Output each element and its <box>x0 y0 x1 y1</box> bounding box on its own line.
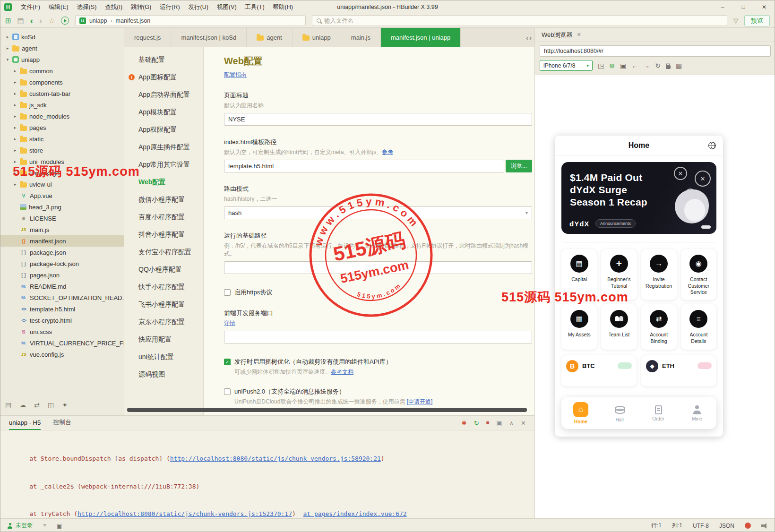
nav-douyin-config[interactable]: 抖音小程序配置 <box>124 226 203 243</box>
minimize-button[interactable] <box>712 0 733 14</box>
details-link[interactable]: 详情 <box>224 320 235 326</box>
grid-item-my-assets[interactable]: ▦My Assets <box>561 304 597 350</box>
filter-icon[interactable] <box>733 17 738 24</box>
dev-port-input[interactable] <box>224 331 532 343</box>
promo-banner[interactable]: $1.4M Paid Out dYdX Surge Season 1 Recap… <box>561 162 716 234</box>
back-arrow-icon[interactable] <box>631 62 638 69</box>
nav-baidu-config[interactable]: 百度小程序配置 <box>124 208 203 226</box>
scroll-left-icon[interactable] <box>526 34 528 42</box>
nav-app-other-config[interactable]: App常用其它设置 <box>124 156 203 173</box>
cloud-icon[interactable]: ☁ <box>19 401 26 409</box>
tree-item-package-json[interactable]: package.json <box>0 247 124 258</box>
tree-item-uniapp[interactable]: uniapp <box>0 54 124 65</box>
nav-quickapp-config[interactable]: 快应用配置 <box>124 331 203 348</box>
source-link[interactable]: at pages/index/index.vue:672 <box>303 510 407 517</box>
debug-icon[interactable] <box>462 420 467 427</box>
tab-manifest-kosd[interactable]: manifest.json | koSd <box>171 28 247 47</box>
page-title-input[interactable] <box>224 113 532 126</box>
grid-item-beginners-tutorial[interactable]: +Beginner's Tutorial <box>601 249 637 300</box>
tree-item-package-lock-json[interactable]: package-lock.json <box>0 258 124 269</box>
grid-item-account-details[interactable]: ≡Account Details <box>681 304 716 350</box>
tree-item-components[interactable]: components <box>0 77 124 88</box>
tree-item-license[interactable]: LICENSE <box>0 213 124 224</box>
globe-icon[interactable] <box>708 142 716 149</box>
tree-item-koSd[interactable]: koSd <box>0 31 124 43</box>
https-checkbox[interactable] <box>224 289 231 296</box>
scroll-right-icon[interactable] <box>529 34 532 42</box>
stop-icon[interactable] <box>486 420 490 427</box>
tab-agent[interactable]: agent <box>247 28 293 47</box>
terminal-icon[interactable] <box>57 523 62 529</box>
save-icon[interactable] <box>17 17 24 24</box>
grid-item-team-list[interactable]: Team List <box>601 304 637 350</box>
breadcrumb-project[interactable]: uniapp <box>89 17 107 24</box>
favorite-star-icon[interactable] <box>48 17 54 24</box>
tree-item-agent[interactable]: agent <box>0 43 124 54</box>
tab-console[interactable]: 控制台 <box>53 416 71 430</box>
tree-item-unpackage[interactable]: unpackage <box>0 167 124 179</box>
menu-edit[interactable]: 编辑(E) <box>44 1 73 13</box>
nav-permission-config[interactable]: App权限配置 <box>124 121 203 138</box>
tab-hall[interactable]: Hall <box>606 404 633 422</box>
nav-web-config[interactable]: Web配置 <box>124 173 203 191</box>
tree-item-main-js[interactable]: main.js <box>0 224 124 235</box>
tree-item-custom-tab-bar[interactable]: custom-tab-bar <box>0 88 124 99</box>
nav-unistat-config[interactable]: uni统计配置 <box>124 348 203 366</box>
sync-icon[interactable]: ⇄ <box>34 401 40 409</box>
tree-item-store[interactable]: store <box>0 145 124 156</box>
grid-item-account-binding[interactable]: ⇄Account Binding <box>641 304 677 350</box>
nav-basic-config[interactable]: 基础配置 <box>124 51 203 69</box>
tree-item-uni-scss[interactable]: uni.scss <box>0 326 124 337</box>
search-input[interactable] <box>324 17 723 24</box>
run-icon[interactable] <box>61 17 69 25</box>
browse-button[interactable]: 浏览... <box>506 160 532 172</box>
tree-item-readme-md[interactable]: README.md <box>0 281 124 292</box>
files-icon[interactable]: ▤ <box>5 401 11 409</box>
screenshot-icon[interactable] <box>496 420 502 427</box>
tree-item-node_modules[interactable]: node_modules <box>0 111 124 122</box>
menu-file[interactable]: 文件(F) <box>17 1 44 13</box>
tree-item-socket-optimization[interactable]: SOCKET_OPTIMIZATION_READ... <box>0 292 124 303</box>
close-button[interactable] <box>754 0 775 14</box>
tab-manifest-uniapp[interactable]: manifest.json | uniapp <box>381 28 461 47</box>
announcement-icon[interactable] <box>761 523 768 529</box>
cursor-col[interactable]: 列:1 <box>672 522 682 530</box>
grid-item-invite-registration[interactable]: →Invite Registration <box>641 249 677 300</box>
close-icon[interactable] <box>577 32 581 38</box>
menu-view[interactable]: 视图(V) <box>213 1 241 13</box>
nav-alipay-config[interactable]: 支付宝小程序配置 <box>124 243 203 261</box>
back-arrow-icon[interactable] <box>30 16 33 25</box>
reference-link[interactable]: 参考 <box>382 149 393 155</box>
encoding[interactable]: UTF-8 <box>693 523 709 529</box>
screenshot-icon[interactable] <box>620 62 626 69</box>
tree-item-common[interactable]: common <box>0 65 124 77</box>
nav-weixin-config[interactable]: 微信小程序配置 <box>124 191 203 208</box>
tree-item-manifest-json[interactable]: manifest.json <box>0 235 124 247</box>
tree-item-app-vue[interactable]: App.vue <box>0 190 124 201</box>
maximize-button[interactable] <box>733 0 754 14</box>
nav-qq-config[interactable]: QQ小程序配置 <box>124 261 203 278</box>
proxy-icon[interactable] <box>609 62 615 69</box>
config-guide-link[interactable]: 配置指南 <box>224 71 247 79</box>
preview-button[interactable]: 预览 <box>744 15 770 26</box>
notification-icon[interactable] <box>745 523 751 529</box>
tree-item-virtual-currency[interactable]: VIRTUAL_CURRENCY_PRICE_FIX... <box>0 337 124 349</box>
device-select[interactable]: iPhone 6/7/8▾ <box>540 60 593 71</box>
nav-source-view[interactable]: 源码视图 <box>124 366 203 383</box>
menu-select[interactable]: 选择(S) <box>73 1 101 13</box>
tree-item-uview-ui[interactable]: uview-ui <box>0 179 124 190</box>
nav-module-config[interactable]: App模块配置 <box>124 103 203 121</box>
base-path-input[interactable] <box>224 261 532 274</box>
grid-item-contact-customer-service[interactable]: ◉Contact Customer Service <box>681 249 716 300</box>
tab-order[interactable]: Order <box>645 404 672 421</box>
grid-item-capital[interactable]: ▤Capital <box>561 249 597 300</box>
breadcrumb-file[interactable]: manifest.json <box>116 17 151 24</box>
stack-link[interactable]: http://localhost:8080/static/js/chunk-ve… <box>170 455 381 462</box>
tree-item-template-h5-html[interactable]: template.h5.html <box>0 303 124 315</box>
menu-goto[interactable]: 跳转(G) <box>127 1 155 13</box>
tab-home[interactable]: Home <box>567 402 594 424</box>
tab-uniapp[interactable]: uniapp <box>293 28 341 47</box>
tree-item-uni_modules[interactable]: uni_modules <box>0 156 124 167</box>
nav-jingdong-config[interactable]: 京东小程序配置 <box>124 313 203 331</box>
horizontal-scrollbar[interactable] <box>127 408 527 412</box>
